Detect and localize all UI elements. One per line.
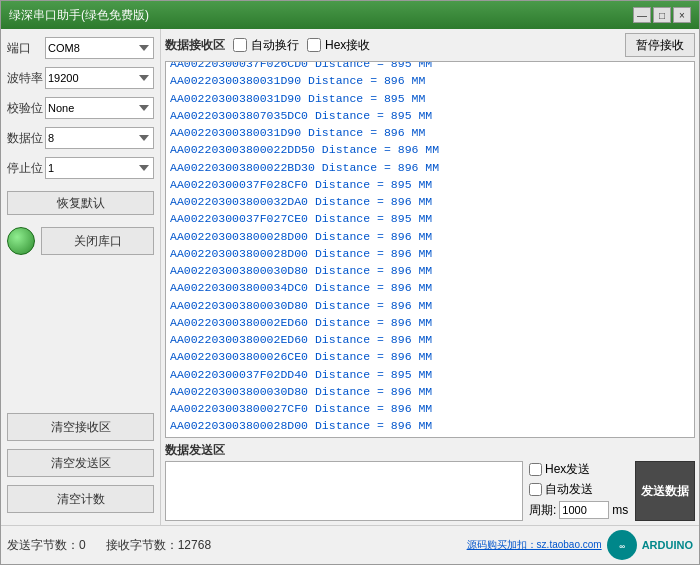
main-window: 绿深串口助手(绿色免费版) — □ × 端口 COM8 COM1COM2COM3…	[0, 0, 700, 565]
main-content: 端口 COM8 COM1COM2COM3 波特率 19200 960038400…	[1, 29, 699, 525]
receive-area[interactable]: AA00220300037F026CD0 Distance = 895 MMAA…	[165, 61, 695, 438]
clear-count-button[interactable]: 清空计数	[7, 485, 154, 513]
parity-row: 校验位 None OddEven	[7, 97, 154, 119]
arduino-label: ARDUINO	[642, 539, 693, 551]
source-link[interactable]: 源码购买加扣：sz.taobao.com	[467, 538, 602, 552]
period-label: 周期:	[529, 502, 556, 519]
close-button[interactable]: ×	[673, 7, 691, 23]
receive-line: AA002203003800030D80 Distance = 896 MM	[170, 297, 690, 314]
window-title: 绿深串口助手(绿色免费版)	[9, 7, 149, 24]
port-label: 端口	[7, 40, 45, 57]
arduino-logo-area: 源码购买加扣：sz.taobao.com ∞ ARDUINO	[467, 529, 693, 561]
hex-send-checkbox[interactable]	[529, 463, 542, 476]
send-area-label: 数据发送区	[165, 442, 695, 459]
receive-line: AA002203003800027CF0 Distance = 896 MM	[170, 400, 690, 417]
stopbits-select[interactable]: 1 1.52	[45, 157, 154, 179]
port-row: 端口 COM8 COM1COM2COM3	[7, 37, 154, 59]
left-panel: 端口 COM8 COM1COM2COM3 波特率 19200 960038400…	[1, 29, 161, 525]
auto-wrap-checkbox[interactable]	[233, 38, 247, 52]
send-area-row: Hex发送 自动发送 周期: ms	[165, 461, 695, 521]
auto-wrap-label: 自动换行	[251, 37, 299, 54]
close-port-button[interactable]: 关闭库口	[41, 227, 154, 255]
send-textarea[interactable]	[165, 461, 523, 521]
send-data-button[interactable]: 发送数据	[635, 461, 695, 521]
databits-row: 数据位 8 567	[7, 127, 154, 149]
recv-area-label: 数据接收区	[165, 37, 225, 54]
receive-line: AA002203003800030D80 Distance = 896 MM	[170, 383, 690, 400]
clear-send-button[interactable]: 清空发送区	[7, 449, 154, 477]
auto-send-checkbox[interactable]	[529, 483, 542, 496]
stopbits-row: 停止位 1 1.52	[7, 157, 154, 179]
svg-text:∞: ∞	[619, 542, 625, 551]
title-bar: 绿深串口助手(绿色免费版) — □ ×	[1, 1, 699, 29]
parity-label: 校验位	[7, 100, 45, 117]
hex-send-row: Hex发送	[529, 461, 629, 478]
receive-line: AA002203003800028D00 Distance = 896 MM	[170, 228, 690, 245]
databits-label: 数据位	[7, 130, 45, 147]
send-bytes-label: 发送字节数：	[7, 538, 79, 552]
right-panel: 数据接收区 自动换行 Hex接收 暂停接收 AA00220300037F026C…	[161, 29, 699, 525]
auto-send-row: 自动发送	[529, 481, 629, 498]
receive-line: AA002203003800028D00 Distance = 896 MM	[170, 245, 690, 262]
receive-line: AA00220300380002ED60 Distance = 896 MM	[170, 331, 690, 348]
auto-wrap-group: 自动换行	[233, 37, 299, 54]
maximize-button[interactable]: □	[653, 7, 671, 23]
period-row: 周期: ms	[529, 501, 629, 519]
minimize-button[interactable]: —	[633, 7, 651, 23]
hex-recv-checkbox[interactable]	[307, 38, 321, 52]
title-bar-buttons: — □ ×	[633, 7, 691, 23]
receive-line: AA002203003800022BD30 Distance = 896 MM	[170, 159, 690, 176]
top-toolbar: 数据接收区 自动换行 Hex接收 暂停接收	[165, 33, 695, 57]
receive-line: AA002203003800030D80 Distance = 896 MM	[170, 262, 690, 279]
receive-line: AA00220300037F028CF0 Distance = 895 MM	[170, 176, 690, 193]
restore-defaults-button[interactable]: 恢复默认	[7, 191, 154, 215]
receive-line: AA002203003800026CE0 Distance = 896 MM	[170, 348, 690, 365]
hex-send-label: Hex发送	[545, 461, 590, 478]
receive-line: AA002203003800022DD50 Distance = 896 MM	[170, 141, 690, 158]
baud-select[interactable]: 19200 960038400115200	[45, 67, 154, 89]
receive-line: AA00220300380031D90 Distance = 895 MM	[170, 90, 690, 107]
port-status-indicator	[7, 227, 35, 255]
pause-receive-button[interactable]: 暂停接收	[625, 33, 695, 57]
stopbits-label: 停止位	[7, 160, 45, 177]
clear-receive-button[interactable]: 清空接收区	[7, 413, 154, 441]
receive-line: AA002203003807035DC0 Distance = 895 MM	[170, 107, 690, 124]
parity-select[interactable]: None OddEven	[45, 97, 154, 119]
receive-line: AA002203003800032DA0 Distance = 896 MM	[170, 193, 690, 210]
send-bytes-value: 0	[79, 538, 86, 552]
hex-recv-group: Hex接收	[307, 37, 370, 54]
receive-line: AA00220300037F026CD0 Distance = 895 MM	[170, 61, 690, 72]
arduino-icon: ∞	[606, 529, 638, 561]
receive-line: AA002203003800028D00 Distance = 896 MM	[170, 417, 690, 434]
recv-bytes-value: 12768	[178, 538, 211, 552]
baud-label: 波特率	[7, 70, 45, 87]
hex-recv-label: Hex接收	[325, 37, 370, 54]
send-bytes-status: 发送字节数：0	[7, 537, 86, 554]
period-unit: ms	[612, 503, 628, 517]
send-options: Hex发送 自动发送 周期: ms	[529, 461, 629, 519]
receive-line: AA00220300037F02DD40 Distance = 895 MM	[170, 366, 690, 383]
period-input[interactable]	[559, 501, 609, 519]
auto-send-label: 自动发送	[545, 481, 593, 498]
receive-line: AA00220300380031D90 Distance = 896 MM	[170, 124, 690, 141]
databits-select[interactable]: 8 567	[45, 127, 154, 149]
receive-line: AA00220300380031D90 Distance = 896 MM	[170, 72, 690, 89]
port-select[interactable]: COM8 COM1COM2COM3	[45, 37, 154, 59]
send-right-controls: Hex发送 自动发送 周期: ms	[529, 461, 629, 519]
receive-line: AA00220300380002ED60 Distance = 896 MM	[170, 314, 690, 331]
receive-line: AA00220300037F027CE0 Distance = 895 MM	[170, 210, 690, 227]
port-control-row: 关闭库口	[7, 227, 154, 255]
recv-bytes-status: 接收字节数：12768	[106, 537, 211, 554]
receive-line: AA002203003800034DC0 Distance = 896 MM	[170, 279, 690, 296]
send-section: 数据发送区 Hex发送 自动发送	[165, 442, 695, 521]
recv-bytes-label: 接收字节数：	[106, 538, 178, 552]
status-bar: 发送字节数：0 接收字节数：12768 源码购买加扣：sz.taobao.com…	[1, 525, 699, 564]
baud-row: 波特率 19200 960038400115200	[7, 67, 154, 89]
